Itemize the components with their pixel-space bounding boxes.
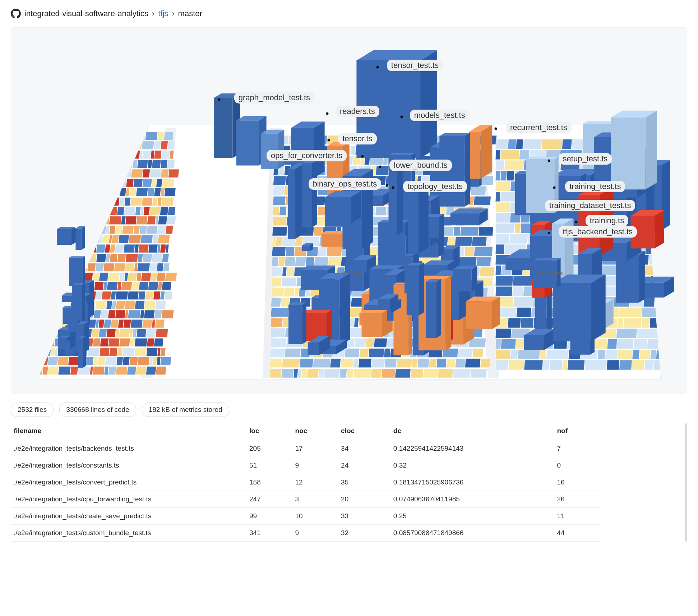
- svg-marker-1376: [360, 313, 382, 325]
- table-row[interactable]: ./e2e/integration_tests/cpu_forwarding_t…: [11, 491, 600, 508]
- file-label[interactable]: training_dataset_test.ts: [545, 200, 635, 211]
- file-label[interactable]: recurrent_test.ts: [506, 122, 572, 133]
- svg-marker-164: [56, 216, 65, 225]
- col-nof[interactable]: nof: [554, 423, 600, 440]
- svg-marker-955: [572, 139, 584, 149]
- svg-marker-450: [97, 357, 106, 366]
- svg-marker-7: [67, 132, 75, 140]
- cell-noc: 10: [292, 508, 338, 525]
- svg-marker-364: [29, 320, 33, 328]
- svg-marker-795: [281, 298, 290, 307]
- col-filename[interactable]: filename: [11, 423, 246, 440]
- svg-marker-1270: [389, 153, 415, 155]
- breadcrumb-branch[interactable]: master: [178, 9, 202, 18]
- svg-marker-253: [143, 254, 152, 262]
- svg-marker-1223: [644, 360, 654, 370]
- file-label[interactable]: models_test.ts: [410, 110, 470, 121]
- svg-marker-1200: [518, 350, 540, 359]
- svg-marker-1412: [302, 245, 310, 251]
- col-noc[interactable]: noc: [292, 423, 338, 440]
- cell-filename: ./e2e/integration_tests/cpu_forwarding_t…: [11, 491, 246, 508]
- chip-files[interactable]: 2532 files: [11, 403, 54, 417]
- svg-marker-20: [164, 132, 174, 140]
- svg-marker-90: [149, 169, 161, 178]
- svg-marker-714: [278, 257, 285, 266]
- breadcrumb-org[interactable]: integrated-visual-software-analytics: [24, 9, 148, 18]
- svg-marker-932: [293, 369, 298, 378]
- svg-marker-694: [272, 247, 286, 256]
- svg-marker-1152: [516, 308, 531, 317]
- svg-marker-1036: [495, 213, 510, 222]
- svg-marker-938: [339, 369, 347, 378]
- svg-marker-470: [104, 367, 108, 375]
- svg-marker-11: [92, 132, 101, 140]
- svg-marker-346: [155, 301, 166, 309]
- svg-marker-165: [65, 216, 74, 225]
- file-label[interactable]: binary_ops_test.ts: [309, 178, 382, 190]
- svg-marker-1409: [325, 197, 351, 224]
- svg-marker-1494: [646, 111, 657, 190]
- svg-marker-719: [328, 257, 341, 266]
- svg-marker-926: [446, 359, 456, 368]
- svg-marker-270: [157, 263, 163, 271]
- file-label[interactable]: tensor.ts: [338, 133, 376, 144]
- cell-loc: 247: [246, 491, 292, 508]
- svg-marker-141: [152, 197, 158, 206]
- svg-marker-414: [100, 338, 108, 346]
- svg-marker-239: [38, 254, 44, 262]
- table-row[interactable]: ./e2e/integration_tests/backends_test.ts…: [11, 440, 600, 457]
- cell-noc: 17: [292, 440, 338, 457]
- svg-marker-1550: [78, 338, 83, 368]
- svg-marker-899: [359, 349, 369, 358]
- svg-marker-223: [70, 244, 77, 253]
- col-dc[interactable]: dc: [390, 423, 554, 440]
- svg-marker-148: [74, 207, 82, 215]
- svg-marker-452: [116, 357, 123, 366]
- chip-loc[interactable]: 330668 lines of code: [59, 403, 136, 417]
- svg-marker-1478: [505, 258, 534, 270]
- svg-marker-347: [31, 310, 39, 318]
- svg-marker-944: [410, 369, 423, 378]
- table-row[interactable]: ./e2e/integration_tests/custom_bundle_te…: [11, 525, 600, 542]
- file-label[interactable]: training_test.ts: [565, 181, 625, 192]
- svg-marker-1210: [650, 350, 656, 359]
- svg-marker-122: [136, 188, 148, 196]
- svg-marker-1174: [650, 318, 668, 328]
- file-label[interactable]: setup_test.ts: [559, 153, 612, 165]
- file-label[interactable]: training.ts: [586, 215, 628, 226]
- svg-marker-348: [39, 310, 50, 318]
- cell-noc: 9: [292, 525, 338, 542]
- svg-marker-443: [42, 357, 48, 366]
- file-label[interactable]: ops_for_converter.ts: [267, 150, 347, 161]
- svg-marker-1182: [616, 328, 637, 338]
- svg-marker-384: [28, 329, 40, 337]
- metrics-table: filename loc noc cloc dc nof ./e2e/integ…: [11, 423, 600, 542]
- treemap-visualization[interactable]: tensor_test.tsgraph_model_test.tsreaders…: [11, 27, 687, 394]
- svg-marker-306: [139, 282, 148, 290]
- table-row[interactable]: ./e2e/integration_tests/convert_predict.…: [11, 474, 600, 491]
- svg-marker-1150: [655, 297, 665, 307]
- svg-marker-180: [43, 226, 49, 234]
- svg-marker-268: [137, 263, 150, 271]
- svg-marker-213: [112, 235, 119, 243]
- table-row[interactable]: ./e2e/integration_tests/create_save_pred…: [11, 508, 600, 525]
- file-label[interactable]: tensor_test.ts: [387, 60, 443, 71]
- svg-marker-121: [129, 188, 137, 196]
- svg-marker-754: [281, 277, 297, 286]
- file-label[interactable]: graph_model_test.ts: [234, 92, 314, 104]
- col-loc[interactable]: loc: [246, 423, 292, 440]
- file-label[interactable]: tfjs_backend_test.ts: [559, 226, 637, 238]
- svg-marker-269: [149, 263, 157, 271]
- file-label[interactable]: lower_bound.ts: [389, 160, 452, 171]
- svg-marker-1530: [82, 226, 85, 250]
- file-label[interactable]: topology_test.ts: [403, 181, 467, 192]
- col-cloc[interactable]: cloc: [338, 423, 390, 440]
- svg-marker-329: [165, 291, 172, 300]
- table-row[interactable]: ./e2e/integration_tests/constants.ts5192…: [11, 457, 600, 474]
- svg-marker-140: [142, 197, 153, 206]
- svg-marker-118: [114, 188, 120, 196]
- svg-marker-124: [154, 188, 161, 196]
- chip-metrics[interactable]: 182 kB of metrics stored: [142, 403, 229, 417]
- breadcrumb-repo[interactable]: tfjs: [158, 9, 168, 18]
- file-label[interactable]: readers.ts: [336, 106, 379, 117]
